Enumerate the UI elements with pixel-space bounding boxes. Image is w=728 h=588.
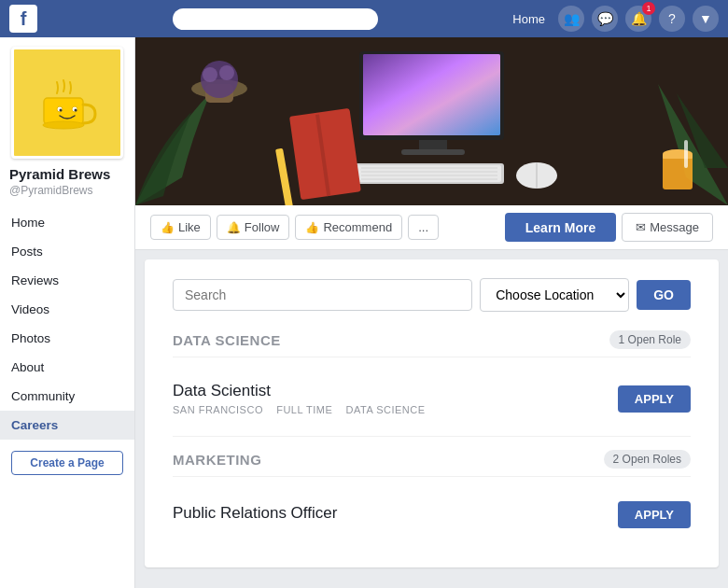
pr-officer-apply-button[interactable]: APPLY — [618, 501, 691, 528]
svg-rect-18 — [357, 165, 501, 182]
action-bar: 👍 Like 🔔 Follow 👍 Recommend ... Learn Mo… — [135, 205, 728, 250]
nav-friends-icon[interactable]: 👥 — [558, 6, 584, 32]
nav-help-icon[interactable]: ? — [659, 6, 685, 32]
like-icon: 👍 — [161, 221, 175, 234]
learn-more-button[interactable]: Learn More — [505, 213, 616, 242]
careers-search-input[interactable] — [173, 279, 472, 311]
message-icon: ✉ — [636, 220, 646, 234]
pr-officer-job-row: Public Relations Officer APPLY — [173, 490, 691, 539]
svg-point-4 — [75, 109, 77, 112]
sidebar-item-photos[interactable]: Photos — [0, 324, 134, 353]
data-science-open-roles: 1 Open Role — [609, 330, 691, 349]
create-page-button[interactable]: Create a Page — [11, 451, 123, 475]
follow-button[interactable]: 🔔 Follow — [217, 215, 290, 240]
page-name: Pyramid Brews — [0, 166, 134, 184]
svg-point-10 — [203, 67, 217, 82]
cover-photo — [135, 37, 728, 205]
marketing-title: MARKETING — [173, 452, 261, 468]
like-label: Like — [178, 220, 201, 234]
sidebar-item-videos[interactable]: Videos — [0, 295, 134, 324]
marketing-header: MARKETING 2 Open Roles — [173, 450, 691, 477]
svg-rect-32 — [684, 140, 688, 168]
page-handle: @PyramidBrews — [0, 184, 134, 208]
svg-rect-16 — [401, 149, 465, 155]
nav-right-icons: Home 👥 💬 🔔 1 ? ▼ — [507, 6, 719, 32]
sidebar-item-careers[interactable]: Careers — [0, 411, 134, 440]
pr-officer-job-info: Public Relations Officer — [173, 504, 337, 526]
page-wrapper: Pyramid Brews @PyramidBrews Home Posts R… — [0, 37, 728, 588]
sidebar: Pyramid Brews @PyramidBrews Home Posts R… — [0, 37, 135, 588]
action-buttons-right: Learn More ✉ Message — [505, 213, 713, 242]
notification-badge: 1 — [642, 2, 655, 15]
marketing-department: MARKETING 2 Open Roles Public Relations … — [173, 436, 691, 539]
sidebar-item-posts[interactable]: Posts — [0, 237, 134, 266]
profile-image — [30, 70, 105, 135]
main-content: 👍 Like 🔔 Follow 👍 Recommend ... Learn Mo… — [135, 37, 728, 588]
search-row: Choose Location San Francisco New York G… — [173, 278, 691, 312]
like-button[interactable]: 👍 Like — [150, 215, 211, 240]
data-science-department: DATA SCIENCE 1 Open Role Data Scientist … — [173, 330, 691, 427]
follow-icon: 🔔 — [227, 221, 241, 234]
careers-section: Choose Location San Francisco New York G… — [145, 259, 719, 567]
data-scientist-job-info: Data Scientist SAN FRANCISCO FULL TIME D… — [173, 382, 426, 415]
data-scientist-title: Data Scientist — [173, 382, 426, 400]
nav-messenger-icon[interactable]: 💬 — [592, 6, 618, 32]
pr-officer-title: Public Relations Officer — [173, 504, 337, 523]
more-button[interactable]: ... — [408, 215, 439, 240]
sidebar-item-community[interactable]: Community — [0, 382, 134, 411]
top-navigation: f Home 👥 💬 🔔 1 ? ▼ — [0, 0, 728, 37]
svg-rect-31 — [663, 154, 693, 159]
recommend-button[interactable]: 👍 Recommend — [295, 215, 402, 240]
marketing-open-roles: 2 Open Roles — [604, 450, 691, 469]
data-science-title: DATA SCIENCE — [173, 332, 281, 348]
message-button[interactable]: ✉ Message — [622, 213, 713, 242]
recommend-icon: 👍 — [305, 221, 319, 234]
nav-account-chevron-icon[interactable]: ▼ — [693, 6, 719, 32]
sidebar-item-about[interactable]: About — [0, 353, 134, 382]
svg-rect-25 — [289, 108, 361, 200]
nav-search-input[interactable] — [173, 8, 378, 30]
svg-point-5 — [43, 121, 84, 129]
data-scientist-tags: SAN FRANCISCO FULL TIME DATA SCIENCE — [173, 404, 426, 415]
nav-search-wrapper — [43, 8, 507, 30]
svg-point-11 — [219, 65, 234, 80]
data-scientist-job-row: Data Scientist SAN FRANCISCO FULL TIME D… — [173, 371, 691, 427]
recommend-label: Recommend — [323, 220, 392, 234]
profile-picture — [11, 47, 123, 159]
data-scientist-apply-button[interactable]: APPLY — [618, 385, 691, 413]
cover-desk-svg — [135, 37, 728, 205]
nav-home-link[interactable]: Home — [507, 10, 551, 28]
sidebar-item-home[interactable]: Home — [0, 208, 134, 237]
nav-notifications-icon[interactable]: 🔔 1 — [625, 6, 651, 32]
data-science-header: DATA SCIENCE 1 Open Role — [173, 330, 691, 357]
message-label: Message — [650, 220, 699, 234]
sidebar-nav: Home Posts Reviews Videos Photos About C… — [0, 208, 134, 440]
follow-label: Follow — [245, 220, 280, 234]
facebook-logo: f — [9, 5, 37, 33]
svg-rect-14 — [363, 54, 500, 135]
action-buttons-left: 👍 Like 🔔 Follow 👍 Recommend ... — [150, 215, 439, 240]
location-select[interactable]: Choose Location San Francisco New York — [480, 278, 629, 312]
go-button[interactable]: GO — [637, 280, 691, 310]
svg-point-3 — [60, 109, 63, 112]
sidebar-item-reviews[interactable]: Reviews — [0, 266, 134, 295]
svg-rect-29 — [663, 154, 693, 189]
